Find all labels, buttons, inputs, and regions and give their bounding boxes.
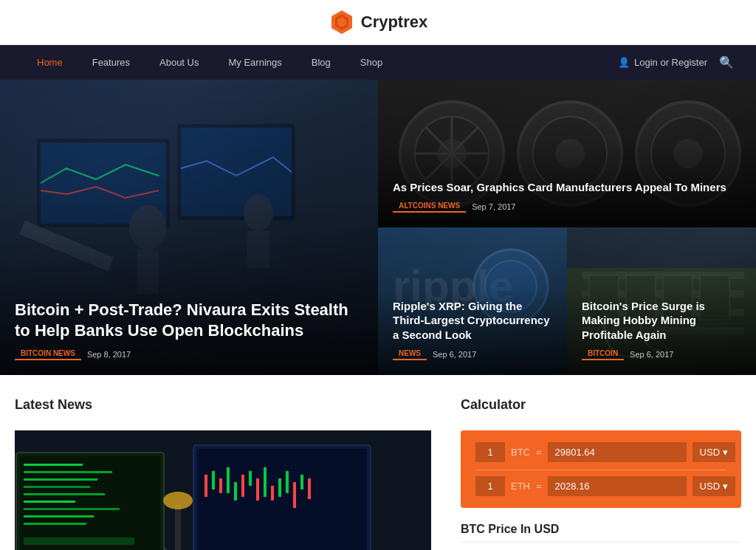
main-content: Latest News	[0, 375, 756, 550]
btc-dropdown-icon: ▾	[723, 447, 728, 458]
svg-rect-63	[256, 478, 259, 501]
calculator-section: Calculator BTC = USD ▾ ETH	[461, 397, 741, 508]
svg-rect-59	[227, 467, 230, 493]
svg-rect-68	[293, 482, 296, 508]
user-icon: 👤	[618, 57, 630, 68]
btc-currency-label: BTC	[511, 447, 530, 458]
nav-link-shop[interactable]: Shop	[346, 45, 397, 80]
hero-ripple-card[interactable]: ripple Ripple's XRP: Giving the Third-La…	[378, 227, 567, 375]
news-main-image-svg	[15, 430, 431, 550]
calculator-box: BTC = USD ▾ ETH = USD	[461, 430, 741, 508]
eth-currency-selector[interactable]: USD ▾	[693, 476, 735, 496]
svg-rect-56	[205, 475, 207, 497]
svg-rect-61	[241, 475, 244, 497]
svg-rect-45	[24, 471, 112, 473]
main-navigation: Home Features About Us My Earnings Blog …	[0, 45, 756, 80]
nav-link-home[interactable]: Home	[22, 45, 78, 80]
hero-ripple-tag[interactable]: News	[393, 348, 427, 360]
svg-rect-69	[300, 475, 303, 489]
nav-item-features[interactable]: Features	[78, 45, 145, 80]
svg-rect-50	[24, 508, 120, 510]
calc-divider	[475, 470, 726, 470]
svg-rect-57	[212, 471, 215, 489]
svg-point-72	[163, 492, 193, 509]
eth-dropdown-icon: ▾	[723, 481, 728, 492]
hero-ripple-date: Sep 6, 2017	[433, 350, 476, 359]
calc-row-eth: ETH = USD ▾	[475, 476, 726, 496]
logo-icon	[329, 9, 355, 35]
hero-mining-title: Bitcoin's Price Surge is Making Hobby Mi…	[582, 299, 741, 343]
logo[interactable]: Cryptrex	[329, 9, 427, 35]
btc-value-input[interactable]	[548, 442, 687, 462]
btc-amount-input[interactable]	[475, 442, 505, 462]
svg-rect-65	[271, 486, 274, 501]
search-icon[interactable]: 🔍	[719, 55, 734, 69]
eth-value-input[interactable]	[548, 476, 687, 496]
hero-right-column: As Prices Soar, Graphics Card Manufactur…	[378, 80, 756, 227]
equals-sign-2: =	[536, 481, 542, 492]
svg-rect-66	[278, 478, 281, 497]
nav-right: 👤 Login or Register 🔍	[618, 55, 734, 69]
nav-item-about[interactable]: About Us	[145, 45, 213, 80]
nav-link-earnings[interactable]: My Earnings	[213, 45, 296, 80]
svg-rect-47	[24, 486, 90, 488]
svg-rect-43	[20, 456, 160, 550]
hero-mining-content: Bitcoin's Price Surge is Making Hobby Mi…	[567, 284, 756, 376]
hero-main-tag[interactable]: Bitcoin News	[15, 348, 81, 360]
svg-rect-51	[24, 515, 94, 518]
svg-rect-49	[24, 501, 75, 503]
nav-link-about[interactable]: About Us	[145, 45, 213, 80]
hero-top-right-content: As Prices Soar, Graphics Card Manufactur…	[378, 165, 756, 228]
news-image[interactable]	[15, 430, 431, 550]
eth-amount-input[interactable]	[475, 476, 505, 496]
svg-rect-64	[264, 467, 267, 497]
equals-sign-1: =	[536, 447, 542, 458]
svg-rect-71	[175, 504, 181, 550]
btc-currency-selector[interactable]: USD ▾	[693, 442, 735, 462]
hero-main-date: Sep 8, 2017	[87, 350, 131, 359]
nav-link-features[interactable]: Features	[78, 45, 145, 80]
svg-rect-48	[24, 493, 105, 495]
calc-row-btc: BTC = USD ▾	[475, 442, 726, 462]
svg-rect-55	[197, 449, 367, 550]
svg-rect-52	[24, 523, 86, 525]
nav-item-shop[interactable]: Shop	[346, 45, 397, 80]
nav-link-blog[interactable]: Blog	[297, 45, 346, 80]
btc-target-currency: USD	[700, 447, 720, 458]
hero-ripple-title: Ripple's XRP: Giving the Third-Largest C…	[393, 299, 552, 343]
hero-top-right-date: Sep 7, 2017	[472, 202, 515, 211]
hero-top-right-tag[interactable]: Altcoins News	[393, 200, 466, 213]
nav-list: Home Features About Us My Earnings Blog …	[22, 45, 618, 80]
login-button[interactable]: 👤 Login or Register	[618, 57, 707, 68]
svg-rect-53	[24, 537, 134, 545]
hero-top-right-title: As Prices Soar, Graphics Card Manufactur…	[393, 180, 741, 195]
eth-currency-label: ETH	[511, 481, 530, 492]
hero-mining-tag[interactable]: Bitcoin	[582, 348, 624, 360]
latest-news-title: Latest News	[15, 397, 431, 419]
hero-top-right-card[interactable]: As Prices Soar, Graphics Card Manufactur…	[378, 80, 756, 227]
site-name: Cryptrex	[361, 13, 427, 32]
nav-item-earnings[interactable]: My Earnings	[213, 45, 296, 80]
svg-rect-46	[24, 478, 97, 481]
nav-item-blog[interactable]: Blog	[297, 45, 346, 80]
site-header: Cryptrex	[0, 0, 756, 45]
hero-bottom-row: ripple Ripple's XRP: Giving the Third-La…	[378, 227, 756, 375]
btc-chart-section: BTC Price In USD 50,000 40,000 30,000 20…	[461, 523, 741, 550]
svg-rect-70	[308, 478, 311, 499]
nav-item-home[interactable]: Home	[22, 45, 78, 80]
eth-target-currency: USD	[700, 481, 720, 492]
hero-main-title: Bitcoin + Post-Trade? Nivaura Exits Stea…	[15, 300, 363, 342]
svg-rect-62	[249, 471, 252, 486]
calculator-title: Calculator	[461, 397, 741, 419]
svg-rect-60	[234, 482, 237, 501]
hero-mining-card[interactable]: Bitcoin's Price Surge is Making Hobby Mi…	[567, 227, 756, 375]
latest-news-section: Latest News	[15, 397, 431, 550]
svg-rect-44	[24, 464, 83, 466]
hero-main-card[interactable]: Bitcoin + Post-Trade? Nivaura Exits Stea…	[0, 80, 378, 375]
sidebar: Calculator BTC = USD ▾ ETH	[461, 397, 741, 550]
hero-ripple-content: Ripple's XRP: Giving the Third-Largest C…	[378, 284, 567, 376]
hero-mining-date: Sep 6, 2017	[630, 350, 673, 359]
hero-main-content: Bitcoin + Post-Trade? Nivaura Exits Stea…	[0, 285, 378, 375]
svg-rect-67	[286, 471, 289, 493]
hero-grid: Bitcoin + Post-Trade? Nivaura Exits Stea…	[0, 80, 756, 375]
